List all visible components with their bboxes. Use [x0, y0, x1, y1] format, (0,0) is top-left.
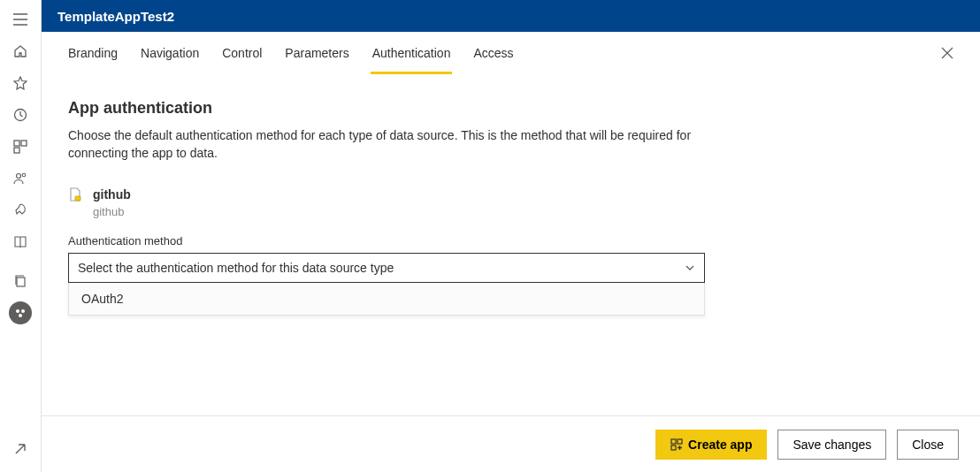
- clock-icon[interactable]: [3, 99, 38, 131]
- data-source-name: github: [93, 187, 131, 202]
- svg-point-9: [19, 314, 22, 317]
- left-nav-rail: [0, 0, 42, 472]
- svg-rect-13: [671, 445, 676, 450]
- data-source-subtitle: github: [93, 205, 953, 218]
- svg-rect-6: [17, 278, 25, 286]
- svg-rect-1: [14, 141, 19, 146]
- create-app-label: Create app: [688, 438, 752, 452]
- svg-rect-12: [678, 439, 682, 444]
- section-title: App authentication: [68, 99, 953, 118]
- section-description: Choose the default authentication method…: [68, 126, 723, 163]
- auth-method-option-oauth2[interactable]: OAuth2: [69, 283, 704, 315]
- tab-access[interactable]: Access: [473, 32, 513, 74]
- close-button[interactable]: Close: [897, 430, 959, 460]
- people-icon[interactable]: [3, 163, 38, 194]
- auth-method-dropdown[interactable]: Select the authentication method for thi…: [68, 253, 705, 283]
- svg-point-4: [17, 174, 21, 179]
- auth-method-dropdown-list: OAuth2: [68, 283, 705, 316]
- data-source-file-icon: [68, 187, 82, 202]
- create-app-plus-icon: [670, 438, 683, 451]
- app-icon[interactable]: [3, 131, 38, 163]
- star-icon[interactable]: [3, 67, 38, 99]
- save-changes-button[interactable]: Save changes: [777, 430, 886, 460]
- data-source-row: github: [68, 187, 953, 202]
- home-icon[interactable]: [3, 35, 38, 67]
- svg-rect-3: [14, 148, 19, 153]
- svg-rect-11: [671, 439, 676, 444]
- expand-icon[interactable]: [3, 433, 38, 465]
- active-workspace-icon[interactable]: [9, 301, 32, 324]
- auth-method-label: Authentication method: [68, 234, 953, 247]
- svg-rect-2: [21, 141, 27, 146]
- hamburger-icon[interactable]: [3, 4, 38, 35]
- tab-parameters[interactable]: Parameters: [285, 32, 348, 74]
- copy-icon[interactable]: [3, 265, 38, 297]
- footer-bar: Create app Save changes Close: [42, 415, 980, 472]
- app-title: TemplateAppTest2: [57, 9, 174, 24]
- svg-point-5: [22, 173, 26, 177]
- dropdown-placeholder: Select the authentication method for thi…: [78, 261, 685, 275]
- tab-authentication[interactable]: Authentication: [372, 32, 451, 74]
- svg-rect-10: [75, 196, 80, 201]
- chevron-down-icon: [685, 263, 695, 273]
- svg-point-8: [21, 309, 25, 313]
- content-area: App authentication Choose the default au…: [42, 74, 980, 415]
- main-panel: TemplateAppTest2 Branding Navigation Con…: [42, 0, 980, 472]
- svg-point-7: [16, 309, 19, 313]
- tab-control[interactable]: Control: [222, 32, 262, 74]
- book-icon[interactable]: [3, 226, 38, 258]
- title-bar: TemplateAppTest2: [42, 0, 980, 32]
- tab-strip: Branding Navigation Control Parameters A…: [42, 32, 980, 74]
- rocket-icon[interactable]: [3, 194, 38, 226]
- tab-navigation[interactable]: Navigation: [141, 32, 199, 74]
- close-icon[interactable]: [941, 47, 953, 59]
- create-app-button[interactable]: Create app: [655, 430, 767, 460]
- tab-branding[interactable]: Branding: [68, 32, 118, 74]
